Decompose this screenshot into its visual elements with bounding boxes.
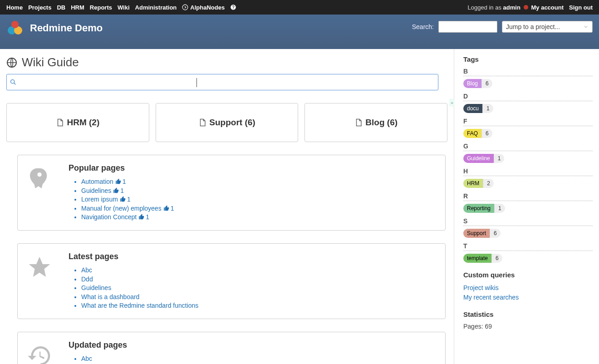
tag-line: template6 <box>463 254 593 263</box>
page-link[interactable]: Lorem ipsum <box>81 196 118 203</box>
page-title-text: Wiki Guide <box>22 55 79 69</box>
nav-reports[interactable]: Reports <box>87 1 115 14</box>
nav-alphanodes[interactable]: AlphaNodes <box>179 1 227 14</box>
wiki-search-box[interactable] <box>6 74 438 90</box>
custom-query-link[interactable]: Project wikis <box>463 283 593 293</box>
page-link[interactable]: Abc <box>81 266 92 274</box>
page-link[interactable]: Navigation Concept <box>81 213 137 221</box>
list-item: Guidelines <box>81 284 198 293</box>
tag-name: Blog <box>463 79 481 88</box>
popular-pages-title: Popular pages <box>69 163 174 173</box>
history-icon <box>27 343 52 364</box>
thumbs-up-icon <box>163 205 170 212</box>
nav-wiki[interactable]: Wiki <box>115 1 133 14</box>
stats-value: 69 <box>485 323 492 330</box>
tag-pill[interactable]: FAQ6 <box>463 129 492 138</box>
nav-help[interactable] <box>227 1 239 13</box>
page-link[interactable]: What is a dashboard <box>81 293 139 300</box>
page-link[interactable]: Ddd <box>81 275 93 283</box>
top-menu: Home Projects DB HRM Reports Wiki Admini… <box>0 0 599 15</box>
nav-home[interactable]: Home <box>4 1 25 14</box>
tag-pill[interactable]: HRM2 <box>463 179 494 188</box>
statistics-section: Statistics Pages: 69 <box>463 310 593 330</box>
project-jump-select[interactable]: Jump to a project... <box>502 21 593 33</box>
tag-line: Support6 <box>463 229 593 238</box>
tag-letter: G <box>463 143 593 151</box>
nav-card-support[interactable]: Support (6) <box>156 103 299 142</box>
tag-letter: B <box>463 68 593 76</box>
tag-pill[interactable]: docu1 <box>463 104 493 113</box>
tag-pill[interactable]: template6 <box>463 254 502 263</box>
nav-my-account[interactable]: My account <box>528 1 566 14</box>
text-caret-icon <box>196 78 197 87</box>
like-count: 1 <box>120 187 124 194</box>
custom-queries-section: Custom queries Project wikis My recent s… <box>463 271 593 302</box>
page-link[interactable]: Automation <box>81 178 113 185</box>
list-item: Lorem ipsum1 <box>81 195 174 204</box>
page-link[interactable]: Abc <box>81 355 92 362</box>
tag-count: 6 <box>481 79 492 88</box>
tag-count: 6 <box>490 229 501 238</box>
header: Redmine Demo Search: Jump to a project..… <box>0 15 599 49</box>
loggedin-prefix: Logged in as <box>467 4 503 11</box>
list-item: What are the Redmine standard functions <box>81 301 198 310</box>
tag-name: Support <box>463 229 490 238</box>
nav-sign-out[interactable]: Sign out <box>566 1 595 14</box>
tag-line: Blog6 <box>463 79 593 88</box>
updated-pages-list: Abc Ddd Guidelines Wiki <box>69 354 127 364</box>
user-status-icon <box>524 5 528 10</box>
page-link[interactable]: Guidelines <box>81 284 111 291</box>
tag-name: FAQ <box>463 129 481 138</box>
list-item: What is a dashboard <box>81 293 198 302</box>
tag-letter: F <box>463 118 593 126</box>
nav-card-hrm[interactable]: HRM (2) <box>6 103 149 142</box>
thumbs-up-icon <box>115 178 122 185</box>
nav-administration[interactable]: Administration <box>133 1 180 14</box>
list-item: Abc <box>81 266 198 275</box>
custom-query-link[interactable]: My recent searches <box>463 293 593 302</box>
list-item: Abc <box>81 354 127 364</box>
sidebar-collapse-handle[interactable]: » <box>450 99 454 106</box>
document-icon <box>354 118 363 128</box>
star-icon <box>27 255 52 310</box>
wiki-search-input[interactable] <box>20 76 435 89</box>
tag-count: 1 <box>482 104 493 113</box>
nav-card-label: HRM (2) <box>67 118 99 128</box>
popular-pages-body: Popular pages Automation1 Guidelines1 Lo… <box>69 163 174 222</box>
header-left: Redmine Demo <box>6 19 103 37</box>
tag-count: 6 <box>481 129 492 138</box>
page-link[interactable]: Guidelines <box>81 187 111 194</box>
tag-pill[interactable]: Reporting1 <box>463 204 505 213</box>
statistics-title: Statistics <box>463 310 593 318</box>
popular-pages-panel: Popular pages Automation1 Guidelines1 Lo… <box>17 155 446 231</box>
latest-pages-title: Latest pages <box>69 252 198 261</box>
tag-pill[interactable]: Blog6 <box>463 79 492 88</box>
popular-pages-list: Automation1 Guidelines1 Lorem ipsum1 Man… <box>69 177 174 222</box>
nav-card-blog[interactable]: Blog (6) <box>304 103 447 142</box>
tag-count: 1 <box>494 204 505 213</box>
tag-groups: BBlog6Ddocu1FFAQ6GGuideline1HHRM2RReport… <box>463 68 593 263</box>
document-icon <box>198 118 206 128</box>
list-item: Navigation Concept1 <box>81 213 174 222</box>
page-link[interactable]: What are the Redmine standard functions <box>81 302 198 309</box>
tag-pill[interactable]: Guideline1 <box>463 154 504 163</box>
page-link[interactable]: Manual for (new) employees <box>81 205 162 212</box>
thumbs-up-icon <box>138 214 145 220</box>
nav-db[interactable]: DB <box>54 1 68 14</box>
tag-pill[interactable]: Support6 <box>463 229 501 238</box>
nav-alphanodes-label: AlphaNodes <box>190 4 225 11</box>
stats-label: Pages: <box>463 323 485 330</box>
tag-count: 2 <box>483 179 494 188</box>
like-count: 1 <box>123 178 126 185</box>
tag-name: Guideline <box>463 154 494 163</box>
rocket-icon <box>27 166 52 222</box>
nav-cards: HRM (2) Support (6) Blog (6) <box>6 103 447 142</box>
tag-letter: R <box>463 192 593 201</box>
nav-hrm[interactable]: HRM <box>68 1 87 14</box>
search-label: Search: <box>412 23 434 30</box>
tag-name: Reporting <box>463 204 494 213</box>
tag-letter: T <box>463 242 593 251</box>
top-menu-right: Logged in as admin My account Sign out <box>467 1 595 14</box>
nav-projects[interactable]: Projects <box>25 1 54 14</box>
global-search-input[interactable] <box>438 21 497 33</box>
